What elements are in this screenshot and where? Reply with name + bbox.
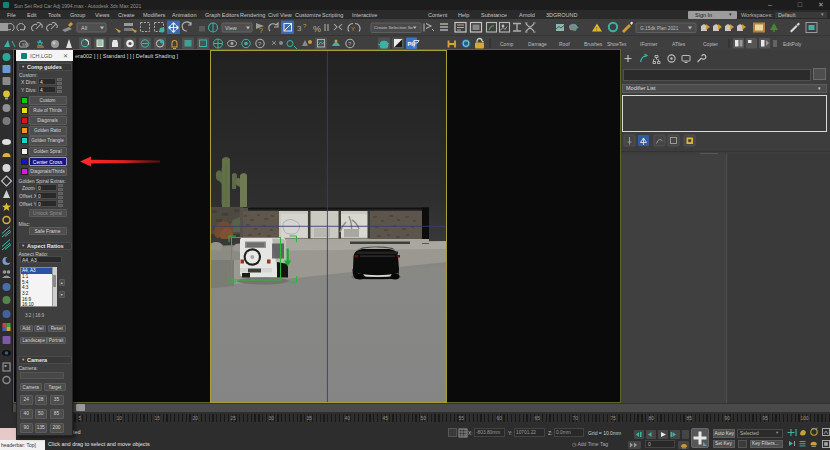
svg-text:IFormer: IFormer [640, 41, 658, 47]
svg-text:?: ? [348, 41, 352, 47]
svg-text:ShoeTex: ShoeTex [607, 41, 627, 47]
svg-text:3: 3 [297, 24, 302, 33]
svg-text:%: % [313, 24, 321, 34]
svg-text:Brushes: Brushes [584, 41, 603, 47]
svg-text:sky: sky [22, 41, 30, 47]
svg-text:View: View [225, 25, 237, 31]
svg-text:All: All [81, 25, 87, 31]
svg-text:Create Selection Se: Create Selection Se [374, 25, 414, 30]
svg-text:Comp: Comp [500, 41, 514, 47]
svg-text:ATiles: ATiles [672, 41, 686, 47]
svg-text:?: ? [303, 23, 307, 29]
svg-text:Copter: Copter [703, 41, 718, 47]
svg-text:Roof: Roof [559, 41, 570, 47]
svg-text:Damage: Damage [528, 41, 547, 47]
svg-text:?: ? [258, 41, 262, 47]
svg-text:?: ? [259, 27, 263, 34]
svg-text:Y: Y [351, 26, 355, 32]
svg-text:EditPoly: EditPoly [783, 41, 802, 47]
svg-text:G.15dk Plan 2021: G.15dk Plan 2021 [640, 26, 679, 31]
